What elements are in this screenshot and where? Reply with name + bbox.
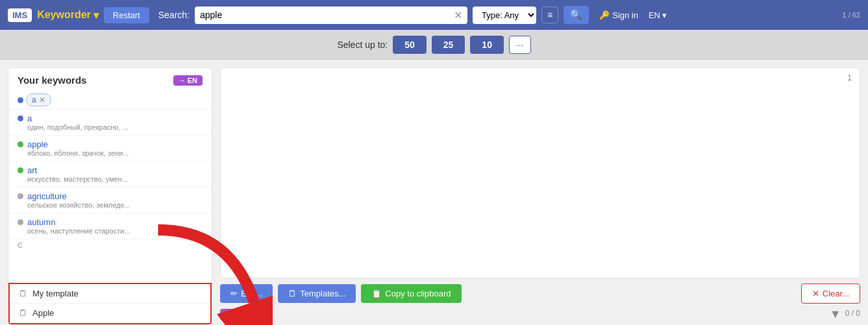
kw-dot-art <box>18 167 23 173</box>
ims-logo: IMS <box>8 8 32 22</box>
keyword-item-agriculture[interactable]: agriculture сельское хозяйство, земледе.… <box>8 187 212 213</box>
templates-label: Templates... <box>300 289 345 298</box>
keyword-item-art[interactable]: art искусство, мастерство, умен... <box>8 162 212 187</box>
scroll-down-icon[interactable]: ▼ <box>830 307 841 321</box>
search-input[interactable] <box>200 10 451 20</box>
keyword-list: a один, подобный, прекрасно, ... apple я… <box>8 110 212 283</box>
kw-sub-apple: яблоко, яблоня, зрачок, зени... <box>27 149 203 157</box>
page-indicator: 1 / 62 <box>842 11 860 19</box>
kw-dot-apple <box>18 141 23 147</box>
keyworder-label: Keyworder <box>37 9 91 21</box>
kw-sub-agriculture: сельское хозяйство, земледе... <box>27 201 203 209</box>
select-dots-button[interactable]: ··· <box>509 36 531 54</box>
kw-sub-autumn: осень, наступление старости... <box>27 227 203 235</box>
tag-row: a ✕ <box>8 91 212 110</box>
copy-icon: 📋 <box>371 289 382 298</box>
search-input-wrap: ✕ <box>195 6 467 24</box>
edit-button[interactable]: ✏ Edit... <box>220 284 273 303</box>
keyworder-chevron-icon: ▾ <box>93 9 99 21</box>
left-panel: Your keywords → EN a ✕ a один, подобный,… <box>8 67 212 325</box>
clear-button[interactable]: ✕ Clear... <box>801 283 860 304</box>
kw-name-apple: apple <box>27 139 48 149</box>
kw-dot-autumn <box>18 219 23 225</box>
select-up-label: Select up to: <box>337 40 388 50</box>
copy-label: Copy to clipboard <box>385 289 451 298</box>
type-select[interactable]: Type: Any <box>473 6 536 24</box>
en-badge[interactable]: → EN <box>173 75 203 86</box>
kw-dot-agriculture <box>18 193 23 199</box>
kw-name-autumn: autumn <box>27 217 55 227</box>
select-25-button[interactable]: 25 <box>432 36 465 54</box>
keyword-item-apple[interactable]: apple яблоко, яблоня, зрачок, зени... <box>8 136 212 162</box>
search-clear-icon[interactable]: ✕ <box>454 9 462 21</box>
keyword-item-a[interactable]: a один, подобный, прекрасно, ... <box>8 110 212 136</box>
main-content: Your keywords → EN a ✕ a один, подобный,… <box>0 60 868 325</box>
lang-chevron-icon: ▾ <box>662 10 667 20</box>
restart-button[interactable]: Restart <box>104 7 149 23</box>
signin-button[interactable]: 🔑 Sign in <box>599 10 638 20</box>
right-panel: 1 ✏ Edit... 🗒 Templates... 📋 Copy to cli… <box>212 60 868 325</box>
edit-label: Edit... <box>241 289 262 298</box>
template-icon-1: 🗒 <box>19 289 27 298</box>
template-label-apple: Apple <box>32 308 54 318</box>
keyworder-button[interactable]: Keyworder ▾ <box>37 9 99 21</box>
copy-to-clipboard-button[interactable]: 📋 Copy to clipboard <box>361 284 461 303</box>
sub-header: Select up to: 50 25 10 ··· <box>0 30 868 60</box>
keywords-heading: Your keywords <box>18 75 86 86</box>
section-c-label: C <box>8 239 212 251</box>
menu-icon-button[interactable]: ≡ <box>541 6 558 23</box>
action-right: ✕ Clear... <box>801 283 860 304</box>
signin-icon: 🔑 <box>599 10 610 20</box>
tag-pill[interactable]: a ✕ <box>26 93 51 106</box>
template-label-my-template: My template <box>32 289 79 298</box>
clear-x-icon: ✕ <box>812 289 819 298</box>
tag-dot <box>18 97 23 103</box>
clear-label: Clear... <box>823 289 849 298</box>
tag-close-icon[interactable]: ✕ <box>39 95 45 104</box>
kw-sub-art: искусство, мастерство, умен... <box>27 175 203 183</box>
kw-dot-a <box>18 115 23 121</box>
keyword-item-autumn[interactable]: autumn осень, наступление старости... <box>8 213 212 239</box>
bottom-counter: 0 / 0 <box>845 309 860 320</box>
right-en-badge[interactable]: → EN <box>220 309 249 320</box>
header: IMS Keyworder ▾ Restart Search: ✕ Type: … <box>0 0 868 30</box>
template-item-my-template[interactable]: 🗒 My template <box>10 284 210 304</box>
kw-name-agriculture: agriculture <box>27 191 67 201</box>
right-content-area: 1 <box>220 67 860 278</box>
action-left: ✏ Edit... 🗒 Templates... 📋 Copy to clipb… <box>220 284 462 303</box>
select-50-button[interactable]: 50 <box>393 36 427 54</box>
kw-name-art: art <box>27 165 37 175</box>
keywords-title: Your keywords → EN <box>8 68 212 91</box>
signin-label: Sign in <box>612 10 638 20</box>
search-button[interactable]: 🔍 <box>564 6 589 24</box>
lang-button[interactable]: EN ▾ <box>649 10 667 20</box>
template-icon-2: 🗒 <box>19 308 27 318</box>
template-dropdown: 🗒 My template 🗒 Apple <box>8 283 212 324</box>
tag-label: a <box>32 95 36 104</box>
select-10-button[interactable]: 10 <box>470 36 504 54</box>
lang-label: EN <box>649 10 660 20</box>
count-indicator: 1 <box>847 73 852 82</box>
templates-button[interactable]: 🗒 Templates... <box>278 284 356 303</box>
search-label: Search: <box>158 10 190 20</box>
edit-pencil-icon: ✏ <box>230 289 238 298</box>
templates-icon: 🗒 <box>288 289 297 298</box>
template-item-apple[interactable]: 🗒 Apple <box>10 304 210 323</box>
kw-sub-a: один, подобный, прекрасно, ... <box>27 123 203 131</box>
kw-name-a: a <box>27 114 32 123</box>
action-bar: ✏ Edit... 🗒 Templates... 📋 Copy to clipb… <box>220 278 860 307</box>
